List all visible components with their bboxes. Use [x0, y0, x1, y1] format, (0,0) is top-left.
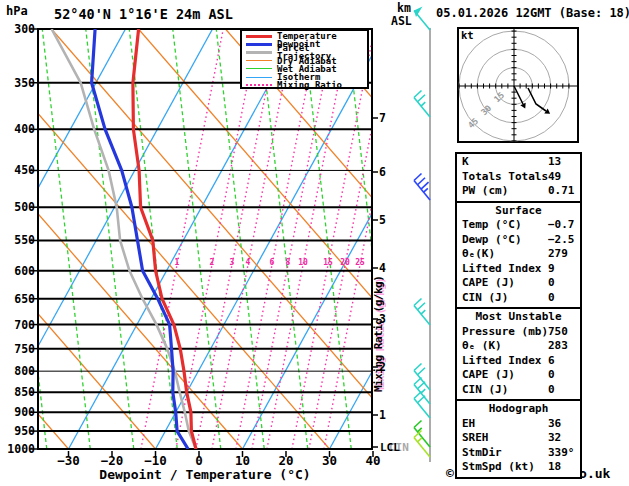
table-row-label: EH [462, 417, 475, 430]
indices-table-section: SurfaceTemp (°C)−0.7Dewp (°C)−2.5θₑ(K)27… [455, 201, 582, 310]
indices-table-section: Most UnstablePressure (mb)750θₑ (K)283Li… [455, 307, 582, 401]
table-row: SREH32 [462, 431, 580, 446]
temperature-tick-label: −20 [90, 453, 134, 468]
table-row-label: θₑ (K) [462, 339, 502, 352]
temperature-tick-label: −10 [134, 453, 178, 468]
temperature-curve [133, 29, 196, 449]
pressure-tick-label: 400 [4, 122, 35, 136]
table-row-label: K [462, 155, 469, 168]
temperature-tick-label: 30 [308, 453, 352, 468]
table-row: StmSpd (kt)18 [462, 460, 580, 475]
table-row: K13 [462, 155, 580, 170]
table-row: CAPE (J)0 [462, 368, 580, 383]
legend-line-sample [246, 60, 272, 61]
wind-barb [414, 7, 430, 31]
table-row-value: 9 [548, 262, 555, 277]
pressure-tick-label: 600 [4, 264, 35, 278]
legend-line-sample [246, 77, 272, 78]
mixing-ratio-value-label: 10 [294, 258, 312, 267]
legend-line-sample [246, 43, 272, 46]
altitude-unit-km: km [397, 1, 411, 15]
table-row: Dewp (°C)−2.5 [462, 233, 580, 248]
pressure-tick-label: 750 [4, 342, 35, 356]
pressure-unit-label: hPa [6, 4, 28, 18]
table-section-header: Surface [462, 204, 580, 219]
table-row-value: 0 [548, 276, 555, 291]
mixing-ratio-value-label: 2 [203, 258, 221, 267]
table-row-label: Dewp (°C) [462, 233, 522, 246]
table-row-value: 6 [548, 354, 555, 369]
temperature-tick-label: 40 [351, 453, 395, 468]
mixing-ratio-value-label: 1 [168, 258, 186, 267]
table-row-value: 0 [548, 291, 555, 306]
legend-item: Mixing Ratio [246, 81, 367, 89]
altitude-km-label: 3 [379, 312, 386, 326]
table-row: StmDir339° [462, 446, 580, 461]
table-row: Lifted Index9 [462, 262, 580, 277]
table-row-value: −0.7 [548, 218, 575, 233]
table-row: CAPE (J)0 [462, 276, 580, 291]
table-row: Lifted Index6 [462, 354, 580, 369]
pressure-tick-label: 300 [4, 22, 35, 36]
mixing-ratio-value-label: 4 [239, 258, 257, 267]
table-row-label: CAPE (J) [462, 276, 515, 289]
table-row-label: θₑ(K) [462, 247, 495, 260]
altitude-unit-asl: ASL [391, 14, 412, 28]
pressure-tick-label: 850 [4, 385, 35, 399]
indices-table-section: K13Totals Totals49PW (cm)0.71 [455, 152, 582, 203]
station-title: 52°40'N 1°16'E 24m ASL [54, 6, 233, 22]
table-row: Totals Totals49 [462, 170, 580, 185]
table-section-header: Hodograph [462, 402, 580, 417]
temperature-tick-label: 0 [177, 453, 221, 468]
pressure-tick-label: 950 [4, 424, 35, 438]
pressure-tick-label: 350 [4, 76, 35, 90]
legend-line-sample [246, 84, 272, 86]
indices-table: K13Totals Totals49PW (cm)0.71SurfaceTemp… [455, 152, 582, 479]
legend-line-sample [246, 51, 272, 54]
table-row-value: 32 [548, 431, 561, 446]
table-row-label: CIN (J) [462, 291, 508, 304]
pressure-tick-label: 700 [4, 318, 35, 332]
pressure-tick-label: 800 [4, 364, 35, 378]
table-row-value: 18 [548, 460, 561, 475]
wind-barb [414, 299, 430, 326]
datetime-title: 05.01.2026 12GMT (Base: 18) [436, 6, 629, 20]
table-row-value: 339° [548, 446, 575, 461]
table-row-value: 36 [548, 417, 561, 432]
table-row-label: PW (cm) [462, 184, 508, 197]
wind-barb [414, 421, 430, 448]
legend-item-label: Mixing Ratio [277, 81, 342, 89]
table-row-label: Temp (°C) [462, 218, 522, 231]
wind-barb [414, 91, 430, 118]
pressure-tick-label: 650 [4, 292, 35, 306]
mixing-ratio-value-label: 15 [319, 258, 337, 267]
wind-barb-column [414, 7, 430, 463]
table-row-label: CIN (J) [462, 383, 508, 396]
table-section-header: Most Unstable [462, 310, 580, 325]
pressure-tick-label: 900 [4, 405, 35, 419]
wind-barb [414, 364, 430, 391]
table-row-value: −2.5 [548, 233, 575, 248]
temperature-tick-label: 10 [221, 453, 265, 468]
table-row-value: 0 [548, 368, 555, 383]
altitude-km-label: 7 [379, 111, 386, 125]
table-row-value: 283 [548, 339, 568, 354]
table-row: CIN (J)0 [462, 291, 580, 306]
table-row-label: SREH [462, 431, 489, 444]
pressure-tick-label: 500 [4, 200, 35, 214]
skewt-sounding-page: hPa 52°40'N 1°16'E 24m ASL km ASL 05.01.… [0, 0, 629, 486]
table-row: PW (cm)0.71 [462, 184, 580, 199]
table-row-label: Totals Totals [462, 170, 548, 183]
table-row-value: 0.71 [548, 184, 575, 199]
table-row-value: 750 [548, 325, 568, 340]
table-row: θₑ (K)283 [462, 339, 580, 354]
temperature-tick-label: −30 [47, 453, 91, 468]
altitude-km-label: 2 [379, 360, 386, 374]
legend-line-sample [246, 68, 272, 69]
table-row-value: 13 [548, 155, 561, 170]
legend-line-sample [246, 35, 272, 38]
table-row: Pressure (mb)750 [462, 325, 580, 340]
altitude-km-label: 4 [379, 261, 386, 275]
pressure-tick-label: 1000 [4, 442, 35, 456]
table-row-value: 49 [548, 170, 561, 185]
